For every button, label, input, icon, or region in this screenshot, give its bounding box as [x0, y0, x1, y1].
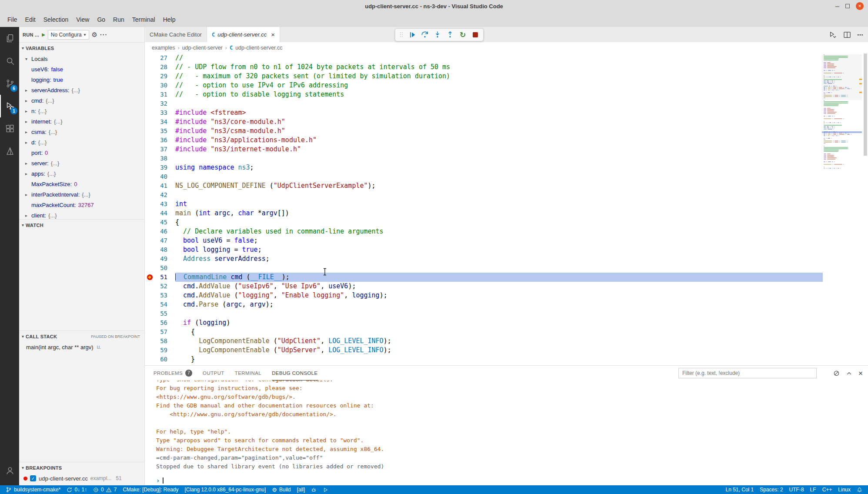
menu-edit[interactable]: Edit	[21, 14, 40, 25]
code-text[interactable]: // Declare variables used in command-lin…	[175, 227, 823, 236]
gutter[interactable]: 42	[145, 190, 175, 200]
code-text[interactable]: #include "ns3/internet-module.h"	[175, 145, 823, 154]
activity-source-control[interactable]: 6	[0, 72, 19, 95]
menu-view[interactable]: View	[72, 14, 93, 25]
gutter[interactable]: 58	[145, 337, 175, 346]
code-line[interactable]: 45{	[145, 218, 868, 227]
debug-configuration-picker[interactable]: No Configura ▾	[48, 30, 89, 40]
code-line[interactable]: 54 cmd.Parse (argc, argv);	[145, 300, 868, 309]
panel-tab-output[interactable]: OUTPUT	[203, 366, 224, 381]
more-actions-icon[interactable]: ···	[100, 31, 107, 38]
continue-button[interactable]	[407, 29, 418, 40]
gutter[interactable]: 38	[145, 154, 175, 163]
variable-row[interactable]: MaxPacketSize:0	[19, 179, 144, 189]
gutter[interactable]: 27	[145, 53, 175, 63]
breadcrumb-item[interactable]: udp-client-server.cc	[235, 45, 282, 51]
gutter[interactable]: 50	[145, 264, 175, 273]
status-cmake-status[interactable]: CMake: [Debug]: Ready	[120, 485, 181, 494]
glyph-margin[interactable]	[145, 63, 155, 72]
glyph-margin[interactable]	[145, 172, 155, 181]
variable-row[interactable]: maxPacketCount:32767	[19, 200, 144, 210]
menu-terminal[interactable]: Terminal	[128, 14, 159, 25]
code-line[interactable]: 53 cmd.AddValue ("logging", "Enable logg…	[145, 291, 868, 300]
glyph-margin[interactable]	[145, 346, 155, 355]
tab-udp-client-server-cc[interactable]: Cudp-client-server.cc×	[207, 27, 280, 42]
status-build-target[interactable]: [all]	[294, 485, 308, 494]
gutter[interactable]: 59	[145, 346, 175, 355]
code-line[interactable]: 28// - UDP flow from n0 to n1 of 1024 by…	[145, 63, 868, 72]
gutter[interactable]: 43	[145, 200, 175, 209]
code-line[interactable]: 34#include "ns3/core-module.h"	[145, 117, 868, 127]
status-problems[interactable]: 07	[90, 485, 120, 494]
code-line[interactable]: 31// - option to disable logging stateme…	[145, 90, 868, 99]
activity-search[interactable]	[0, 50, 19, 72]
panel-tab-problems[interactable]: PROBLEMS7	[154, 366, 192, 381]
code-line[interactable]: 32	[145, 99, 868, 108]
status-sync[interactable]: 0↓ 1↑	[63, 485, 90, 494]
glyph-margin[interactable]	[145, 264, 155, 273]
code-line[interactable]: 41NS_LOG_COMPONENT_DEFINE ("UdpClientSer…	[145, 181, 868, 190]
code-line[interactable]: 29// - maximum of 320 packets sent (or l…	[145, 72, 868, 81]
gutter[interactable]: 60	[145, 355, 175, 364]
gutter[interactable]: 33	[145, 108, 175, 117]
breakpoint-row[interactable]: ✓udp-client-server.ccexampl...51	[19, 473, 144, 484]
maximize-panel-icon[interactable]	[846, 370, 852, 377]
code-text[interactable]: cmd.AddValue ("logging", "Enable logging…	[175, 291, 823, 300]
code-text[interactable]: main (int argc, char *argv[])	[175, 209, 823, 218]
glyph-margin[interactable]	[145, 154, 155, 163]
glyph-margin[interactable]	[145, 72, 155, 81]
menu-selection[interactable]: Selection	[40, 14, 73, 25]
status-cursor-position[interactable]: Ln 51, Col 1	[723, 485, 757, 494]
variables-scope-row[interactable]: ▾Locals	[19, 53, 144, 64]
code-text[interactable]: int	[175, 200, 823, 209]
step-over-button[interactable]	[419, 29, 431, 40]
glyph-margin[interactable]	[145, 227, 155, 236]
gutter[interactable]: 57	[145, 327, 175, 337]
code-text[interactable]	[175, 190, 823, 200]
code-line[interactable]: 39using namespace ns3;	[145, 163, 868, 172]
code-text[interactable]: // - maximum of 320 packets sent (or lim…	[175, 72, 823, 81]
glyph-margin[interactable]	[145, 291, 155, 300]
status-debug-target[interactable]	[308, 485, 320, 494]
status-notifications[interactable]	[854, 485, 865, 494]
glyph-margin[interactable]	[145, 200, 155, 209]
gear-icon[interactable]: ⚙	[92, 31, 97, 39]
gutter[interactable]: 45	[145, 218, 175, 227]
panel-tab-debug-console[interactable]: DEBUG CONSOLE	[272, 366, 318, 381]
code-text[interactable]: CommandLine cmd (__FILE__);	[175, 273, 823, 282]
code-text[interactable]: using namespace ns3;	[175, 163, 823, 172]
minimap[interactable]	[822, 54, 862, 169]
glyph-margin[interactable]	[145, 273, 155, 282]
glyph-margin[interactable]	[145, 318, 155, 327]
glyph-margin[interactable]	[145, 300, 155, 309]
stop-button[interactable]	[470, 29, 481, 40]
code-text[interactable]: #include "ns3/core-module.h"	[175, 117, 823, 127]
gutter[interactable]: 51	[145, 273, 175, 282]
code-line[interactable]: 47 bool useV6 = false;	[145, 236, 868, 245]
code-text[interactable]: {	[175, 327, 823, 337]
status-cmake-build[interactable]: ⚙Build	[269, 485, 294, 494]
gutter[interactable]: 48	[145, 245, 175, 254]
glyph-margin[interactable]	[145, 190, 155, 200]
code-line[interactable]: 46 // Declare variables used in command-…	[145, 227, 868, 236]
gutter[interactable]: 39	[145, 163, 175, 172]
menu-help[interactable]: Help	[159, 14, 180, 25]
code-line[interactable]: 59 LogComponentEnable ("UdpServer", LOG_…	[145, 346, 868, 355]
gutter[interactable]: 36	[145, 136, 175, 145]
code-text[interactable]: Address serverAddress;	[175, 254, 823, 264]
call-stack-frame[interactable]: main(int argc, char ** argv)u.	[19, 342, 144, 352]
code-text[interactable]: cmd.Parse (argc, argv);	[175, 300, 823, 309]
variable-row[interactable]: useV6:false	[19, 64, 144, 74]
activity-explorer[interactable]	[0, 27, 19, 50]
gutter[interactable]: 28	[145, 63, 175, 72]
code-line[interactable]: 49 Address serverAddress;	[145, 254, 868, 264]
glyph-margin[interactable]	[145, 108, 155, 117]
gutter[interactable]: 44	[145, 209, 175, 218]
editor-scrollbar[interactable]	[863, 53, 868, 365]
gutter[interactable]: 32	[145, 99, 175, 108]
gutter[interactable]: 34	[145, 117, 175, 127]
code-text[interactable]: LogComponentEnable ("UdpClient", LOG_LEV…	[175, 337, 823, 346]
code-text[interactable]: // - option to disable logging statement…	[175, 90, 823, 99]
variable-row[interactable]: ▸apps:{...}	[19, 168, 144, 179]
step-into-button[interactable]	[432, 29, 443, 40]
